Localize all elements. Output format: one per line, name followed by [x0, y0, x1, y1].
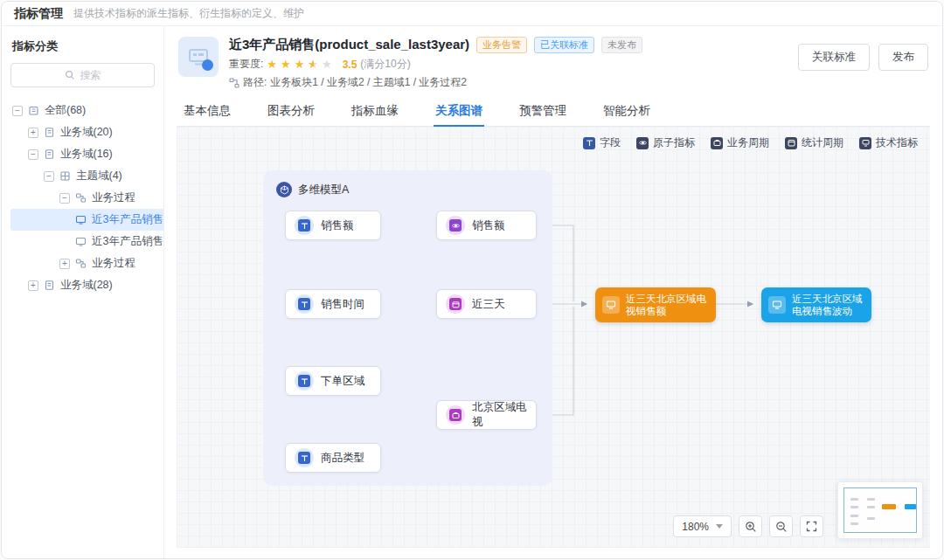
path-label: 路径:	[243, 75, 267, 90]
legend-tech-metric: 技术指标	[859, 135, 918, 150]
zoom-in-button[interactable]	[739, 515, 762, 537]
legend-atomic-metric: 原子指标	[636, 135, 695, 150]
node-field-product-type[interactable]: 商品类型	[285, 443, 381, 473]
search-input[interactable]: 搜索	[10, 63, 155, 87]
node-derived-metric[interactable]: 近三天北京区域电视销售额	[595, 287, 716, 322]
graph-legend: 字段 原子指标 业务周期 统计周期	[583, 135, 918, 150]
star-half-icon	[308, 59, 318, 70]
node-label: 销售时间	[321, 297, 364, 312]
associate-standard-button[interactable]: 关联标准	[798, 44, 870, 71]
business-cycle-icon	[711, 137, 723, 149]
tree-item-all[interactable]: − 全部(68)	[10, 100, 155, 121]
relation-graph-canvas[interactable]: 字段 原子指标 业务周期 统计周期	[177, 127, 930, 548]
expander-icon[interactable]: +	[28, 280, 38, 291]
sidebar-title: 指标分类	[12, 38, 155, 54]
metric-avatar-icon	[178, 37, 219, 77]
expander-icon[interactable]: +	[59, 259, 70, 269]
node-qualifier-beijing-tv[interactable]: 北京区域电视	[436, 400, 537, 430]
tree-item-metric-selected[interactable]: 近3年产品销售	[10, 209, 164, 231]
zoom-level-value: 180%	[682, 521, 709, 533]
expander-icon[interactable]: −	[12, 106, 23, 116]
expander-icon[interactable]: +	[28, 128, 38, 138]
tab-chart-analysis[interactable]: 图表分析	[266, 99, 316, 126]
legend-label: 技术指标	[876, 135, 918, 150]
flow-icon	[75, 258, 87, 269]
importance-score-max: (满分10分)	[360, 57, 410, 72]
tab-alert-management[interactable]: 预警管理	[517, 99, 568, 126]
metric-monitor-icon	[768, 296, 786, 314]
star-icon	[295, 59, 305, 70]
flow-icon	[75, 192, 87, 204]
node-tech-metric[interactable]: 近三天北京区域电视销售波动	[761, 287, 871, 322]
field-icon	[295, 216, 314, 235]
app-title: 指标管理	[14, 6, 63, 22]
zoom-out-icon	[775, 521, 788, 533]
node-label: 销售额	[321, 218, 354, 233]
tree-item-subject-4[interactable]: − 主题域(4)	[10, 165, 155, 187]
model-group-label: 多维模型A	[298, 183, 349, 197]
document-icon	[44, 280, 55, 291]
search-icon	[65, 70, 75, 80]
document-icon	[44, 149, 55, 160]
tab-intelligent-analysis[interactable]: 智能分析	[601, 99, 652, 126]
node-field-sales-amount[interactable]: 销售额	[285, 211, 381, 240]
field-icon	[295, 448, 314, 467]
tab-basic-info[interactable]: 基本信息	[182, 99, 233, 126]
metric-icon	[75, 236, 87, 247]
business-cycle-icon	[446, 405, 465, 425]
tab-metric-lineage[interactable]: 指标血缘	[350, 99, 400, 126]
zoom-in-icon	[745, 521, 757, 533]
tree-item-domain-20[interactable]: + 业务域(20)	[10, 121, 155, 143]
expander-icon[interactable]: −	[28, 149, 38, 160]
minimap[interactable]	[837, 481, 923, 539]
document-icon	[44, 127, 55, 138]
tree-item-label: 主题域(4)	[76, 169, 122, 183]
tab-bar: 基本信息 图表分析 指标血缘 关系图谱 预警管理 智能分析	[177, 99, 930, 127]
fit-view-button[interactable]	[800, 515, 823, 537]
tree-item-process-1[interactable]: − 业务过程	[10, 187, 155, 209]
status-dot	[202, 59, 213, 71]
importance-row: 重要度: 3.5 (满分10分)	[229, 57, 798, 72]
tab-relation-graph[interactable]: 关系图谱	[434, 99, 484, 126]
status-badge-unpublished: 未发布	[601, 37, 642, 53]
tree-item-metric-2[interactable]: 近3年产品销售	[10, 231, 155, 252]
legend-field: 字段	[583, 135, 621, 150]
node-label: 下单区域	[321, 374, 364, 389]
model-group-header: 多维模型A	[263, 170, 552, 197]
fullscreen-icon	[806, 521, 817, 532]
tree-item-label: 全部(68)	[45, 103, 86, 118]
path-icon	[229, 78, 239, 88]
minimap-tech-node	[905, 504, 916, 509]
grid-icon	[59, 170, 71, 182]
category-tree: − 全部(68) + 业务域(20) − 业务域(16) − 主	[10, 100, 155, 296]
chevron-down-icon	[716, 524, 723, 529]
tree-item-label: 业务域(20)	[60, 125, 113, 140]
status-badge-standard: 已关联标准	[534, 37, 594, 53]
legend-business-cycle: 业务周期	[711, 135, 769, 150]
node-field-sales-time[interactable]: 销售时间	[285, 289, 381, 319]
expander-icon[interactable]: −	[44, 171, 54, 182]
metric-icon	[75, 214, 87, 225]
tree-item-process-2[interactable]: + 业务过程	[10, 252, 155, 274]
field-icon	[295, 294, 314, 314]
expander-icon[interactable]: −	[59, 193, 70, 204]
metric-header: 近3年产品销售(product_sale_last3year) 业务告警 已关联…	[177, 35, 930, 99]
node-field-order-region[interactable]: 下单区域	[285, 366, 381, 396]
tree-item-domain-16[interactable]: − 业务域(16)	[10, 143, 155, 165]
stat-cycle-icon	[446, 294, 465, 314]
publish-button[interactable]: 发布	[878, 44, 928, 71]
app-subtitle: 提供技术指标的派生指标、衍生指标的定义、维护	[73, 6, 304, 21]
node-period-last-3-days[interactable]: 近三天	[436, 289, 537, 319]
star-empty-icon	[322, 59, 332, 70]
legend-stat-cycle: 统计周期	[785, 135, 843, 150]
tree-item-label: 业务过程	[92, 190, 135, 205]
stat-cycle-icon	[785, 137, 797, 149]
tree-item-label: 业务过程	[92, 256, 135, 271]
node-atomic-sales-amount[interactable]: 销售额	[436, 211, 537, 240]
star-icon	[267, 59, 277, 70]
tree-item-domain-28[interactable]: + 业务域(28)	[10, 274, 155, 296]
zoom-out-button[interactable]	[769, 515, 793, 537]
minimap-viewport	[843, 487, 917, 533]
path-value: 业务板块1 / 业务域2 / 主题域1 / 业务过程2	[270, 75, 467, 90]
zoom-level-dropdown[interactable]: 180%	[673, 515, 732, 537]
